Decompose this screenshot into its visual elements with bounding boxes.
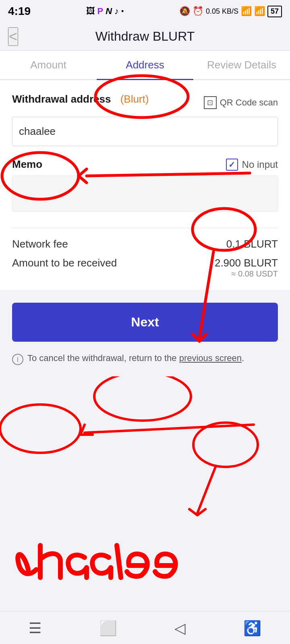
network-speed: 0.05 KB/S [206, 7, 238, 16]
nav-home-icon[interactable]: ⬜ [99, 620, 117, 637]
network-fee-row: Network fee 0.1 BLURT [12, 238, 278, 250]
status-icons: 🔕 ⏰ 0.05 KB/S 📶 📶 57 [179, 6, 282, 17]
status-bar: 4:19 🖼 P N ♪ • 🔕 ⏰ 0.05 KB/S 📶 📶 57 [0, 0, 290, 23]
info-icon: i [12, 354, 23, 365]
battery-icon: 57 [267, 6, 282, 17]
network-fee-value: 0.1 BLURT [226, 238, 278, 250]
svg-point-3 [193, 423, 258, 467]
page-header: < Withdraw BLURT [0, 23, 290, 51]
previous-screen-link[interactable]: previous screen [179, 353, 242, 363]
app-icon-1: 🖼 [86, 6, 95, 17]
app-icon-3: N [106, 6, 112, 17]
address-section-label: Withdrawal address (Blurt) [12, 93, 149, 105]
qr-scan-button[interactable]: ⊡ QR Code scan [204, 96, 278, 109]
form-content: Withdrawal address (Blurt) ⊡ QR Code sca… [0, 80, 290, 290]
tab-address[interactable]: Address [97, 51, 193, 79]
signal-icon: 📶 [241, 6, 252, 17]
status-time: 4:19 [8, 5, 31, 18]
checkmark-icon: ✓ [228, 160, 235, 169]
signal-icon-2: 📶 [254, 6, 265, 17]
nav-back-icon[interactable]: ◁ [174, 620, 186, 637]
amount-blurt: 2.900 BLURT [215, 257, 278, 269]
back-button[interactable]: < [8, 27, 18, 46]
svg-line-4 [197, 467, 215, 513]
svg-point-0 [94, 376, 191, 421]
step-tabs: Amount Address Review Details [0, 51, 290, 80]
no-input-checkbox[interactable]: ✓ [226, 159, 238, 171]
mute-icon: 🔕 [179, 6, 190, 17]
handwriting-svg [0, 376, 290, 610]
memo-input[interactable] [12, 175, 278, 212]
app-icon-2: P [97, 6, 104, 17]
svg-line-2 [85, 425, 254, 433]
page-title: Withdraw BLURT [95, 29, 195, 44]
no-input-row: ✓ No input [226, 159, 278, 171]
memo-label-row: Memo ✓ No input [12, 158, 278, 171]
next-button[interactable]: Next [12, 303, 278, 342]
amount-received-value: 2.900 BLURT ≈ 0.08 USDT [215, 257, 278, 279]
cancel-notice-text: To cancel the withdrawal, return to the … [27, 353, 244, 363]
app-icon-4: ♪ [114, 6, 119, 17]
divider [12, 228, 278, 228]
alarm-icon: ⏰ [193, 6, 203, 17]
amount-usdt: ≈ 0.08 USDT [215, 269, 278, 279]
tab-review[interactable]: Review Details [193, 51, 290, 79]
amount-received-label: Amount to be received [12, 257, 117, 269]
address-input[interactable] [12, 117, 278, 146]
tab-amount[interactable]: Amount [0, 51, 97, 79]
cancel-notice: i To cancel the withdrawal, return to th… [0, 342, 290, 376]
svg-point-1 [0, 405, 81, 453]
no-input-label: No input [242, 159, 278, 170]
bottom-nav: ☰ ⬜ ◁ ♿ [0, 611, 290, 643]
nav-accessibility-icon[interactable]: ♿ [243, 620, 261, 637]
address-label-row: Withdrawal address (Blurt) ⊡ QR Code sca… [12, 93, 278, 112]
network-fee-label: Network fee [12, 238, 68, 250]
nav-menu-icon[interactable]: ☰ [29, 620, 41, 637]
app-icon-5: • [121, 7, 124, 16]
memo-label: Memo [12, 158, 42, 171]
amount-received-row: Amount to be received 2.900 BLURT ≈ 0.08… [12, 257, 278, 279]
qr-icon: ⊡ [204, 96, 217, 109]
handwriting-area [0, 376, 290, 611]
status-app-icons: 🖼 P N ♪ • [86, 6, 124, 17]
